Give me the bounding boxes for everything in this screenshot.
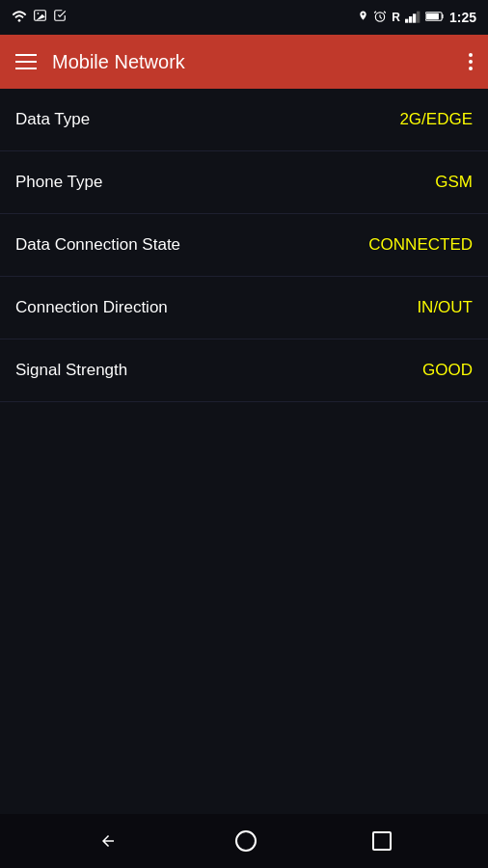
data-connection-state-value: CONNECTED	[368, 235, 473, 255]
back-button[interactable]	[96, 829, 120, 853]
app-bar: Mobile Network	[0, 35, 488, 89]
svg-rect-9	[426, 13, 439, 18]
svg-rect-6	[413, 14, 416, 22]
phone-type-value: GSM	[435, 173, 473, 192]
recents-button[interactable]	[372, 831, 392, 851]
battery-icon	[425, 11, 445, 25]
signal-strength-row: Signal Strength GOOD	[0, 339, 488, 402]
content-area: Data Type 2G/EDGE Phone Type GSM Data Co…	[0, 89, 488, 402]
alarm-icon	[373, 10, 387, 26]
app-bar-title: Mobile Network	[52, 51, 453, 73]
data-connection-state-row: Data Connection State CONNECTED	[0, 214, 488, 277]
more-options-button[interactable]	[469, 53, 473, 70]
image-icon	[33, 9, 47, 26]
signal-bars-icon	[405, 10, 420, 26]
status-time: 1:25	[449, 10, 476, 25]
hamburger-menu-button[interactable]	[15, 54, 37, 69]
home-button[interactable]	[235, 830, 257, 852]
navigation-bar	[0, 814, 488, 868]
status-bar: R 1:25	[0, 0, 488, 35]
status-bar-right-icons: R 1:25	[358, 10, 476, 26]
location-icon	[358, 10, 368, 26]
connection-direction-value: IN/OUT	[417, 298, 473, 317]
phone-type-row: Phone Type GSM	[0, 151, 488, 214]
data-type-row: Data Type 2G/EDGE	[0, 89, 488, 151]
roaming-icon: R	[392, 11, 400, 24]
signal-strength-value: GOOD	[422, 361, 473, 380]
data-type-label: Data Type	[15, 110, 90, 129]
svg-point-2	[38, 13, 40, 14]
connection-direction-row: Connection Direction IN/OUT	[0, 277, 488, 339]
svg-rect-5	[409, 16, 412, 23]
data-connection-state-label: Data Connection State	[15, 235, 180, 255]
data-type-value: 2G/EDGE	[399, 110, 473, 129]
svg-rect-7	[417, 11, 420, 22]
clipboard-icon	[53, 9, 67, 26]
status-bar-left-icons	[12, 9, 67, 26]
svg-point-0	[18, 19, 21, 22]
phone-type-label: Phone Type	[15, 173, 102, 192]
svg-rect-4	[405, 18, 408, 22]
signal-strength-label: Signal Strength	[15, 361, 127, 380]
wifi-icon	[12, 9, 27, 26]
connection-direction-label: Connection Direction	[15, 298, 168, 317]
